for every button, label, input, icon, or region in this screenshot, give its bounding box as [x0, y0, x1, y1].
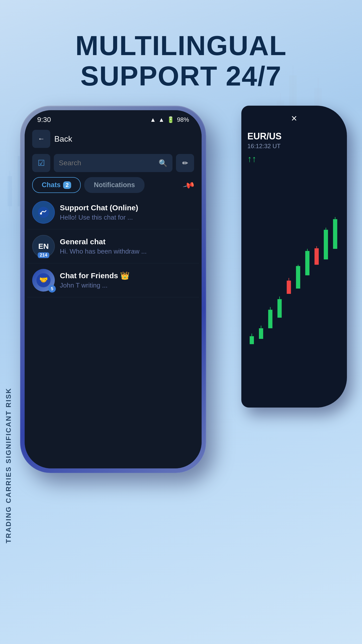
- notifications-tab[interactable]: Notifications: [84, 177, 145, 193]
- chats-tab-label: Chats: [42, 181, 61, 189]
- trading-panel: × EUR/US 16:12:32 UT ↑↑: [241, 106, 347, 408]
- notifications-tab-label: Notifications: [94, 181, 135, 189]
- phone-outer-frame: 9:30 ▲ ▲ 🔋 98% ← Back: [20, 106, 206, 473]
- app-screen: 9:30 ▲ ▲ 🔋 98% ← Back: [25, 110, 202, 468]
- chats-badge: 2: [63, 181, 71, 189]
- svg-rect-21: [259, 328, 263, 339]
- chat-info-general: General chat Hi. Who has been withdraw .…: [60, 237, 194, 255]
- svg-rect-29: [296, 266, 300, 289]
- svg-rect-37: [333, 219, 337, 249]
- chat-info-support: Support Chat (Online) Hello! Use this ch…: [60, 204, 194, 221]
- phone-mockup: 9:30 ▲ ▲ 🔋 98% ← Back: [20, 106, 216, 584]
- back-label: Back: [54, 134, 194, 144]
- trading-time: 16:12:32 UT: [247, 143, 341, 150]
- phone-screen-container: 9:30 ▲ ▲ 🔋 98% ← Back: [25, 110, 202, 468]
- svg-rect-27: [287, 280, 291, 294]
- chat-name-friends: Chat for Friends 👑: [60, 271, 194, 280]
- chat-preview-support: Hello! Use this chat for ...: [60, 214, 194, 221]
- svg-point-14: [38, 207, 49, 218]
- avatar-support: [32, 201, 55, 224]
- close-button[interactable]: ×: [291, 113, 297, 124]
- search-icon: 🔍: [159, 159, 167, 167]
- back-arrow-icon: ←: [38, 135, 45, 143]
- chats-tab[interactable]: Chats 2: [32, 177, 81, 193]
- side-disclaimer-text: TRADING CARRIES SIGNIFICANT RISK: [5, 388, 13, 543]
- svg-rect-25: [278, 299, 282, 318]
- compose-icon: ✏: [182, 159, 188, 167]
- search-row: ☑ 🔍 ✏: [25, 151, 202, 175]
- chat-name-general: General chat: [60, 237, 194, 246]
- signal-icon: ▲: [158, 116, 164, 123]
- svg-rect-1: [9, 171, 10, 211]
- avatar-friends-badge: 5: [48, 285, 56, 293]
- select-all-button[interactable]: ☑: [32, 154, 50, 172]
- svg-rect-35: [324, 230, 328, 259]
- svg-point-15: [40, 213, 42, 215]
- search-input[interactable]: [59, 159, 159, 167]
- trend-arrows: ↑↑: [241, 154, 347, 164]
- svg-rect-31: [305, 251, 309, 275]
- close-btn-area: ×: [241, 106, 347, 131]
- check-icon: ☑: [38, 158, 45, 168]
- svg-text:🤝: 🤝: [39, 276, 48, 284]
- svg-rect-33: [314, 248, 319, 265]
- trading-panel-inner: × EUR/US 16:12:32 UT ↑↑: [241, 106, 347, 408]
- avatar-general-badge: 214: [38, 252, 49, 258]
- search-input-wrapper: 🔍: [54, 154, 172, 172]
- avatar-friends: 🤝 5: [32, 269, 55, 292]
- chat-info-friends: Chat for Friends 👑 John T writing ...: [60, 271, 194, 289]
- pin-icon: 📌: [182, 178, 196, 192]
- svg-rect-19: [250, 336, 254, 344]
- status-icons: ▲ ▲ 🔋 98%: [150, 116, 189, 123]
- compose-button[interactable]: ✏: [176, 154, 194, 172]
- avatar-en-text: EN: [38, 242, 49, 251]
- chat-name-support: Support Chat (Online): [60, 204, 194, 212]
- wifi-icon: ▲: [150, 116, 156, 123]
- chat-preview-friends: John T writing ...: [60, 281, 194, 289]
- back-button[interactable]: ←: [32, 130, 50, 148]
- status-bar: 9:30 ▲ ▲ 🔋 98%: [25, 110, 202, 126]
- crown-icon: 👑: [120, 271, 129, 280]
- tab-row: Chats 2 Notifications 📌: [25, 175, 202, 195]
- chat-item-general[interactable]: EN 214 General chat Hi. Who has been wit…: [27, 229, 199, 263]
- headline-line2: SUPPORT 24/7: [0, 61, 362, 91]
- chat-list: Support Chat (Online) Hello! Use this ch…: [25, 195, 202, 468]
- chart-area: [241, 164, 347, 408]
- status-time: 9:30: [37, 116, 51, 124]
- chat-item-support[interactable]: Support Chat (Online) Hello! Use this ch…: [27, 195, 199, 229]
- chat-item-friends[interactable]: 🤝 5 Chat for Friends 👑 John T writing ..…: [27, 263, 199, 297]
- avatar-general: EN 214: [32, 235, 55, 258]
- headline-line1: MULTILINGUAL: [0, 30, 362, 61]
- trading-pair: EUR/US: [247, 131, 341, 142]
- trading-header: EUR/US 16:12:32 UT: [241, 131, 347, 154]
- battery-icon: 🔋: [167, 116, 174, 123]
- header-bar: ← Back: [25, 126, 202, 151]
- headline-container: MULTILINGUAL SUPPORT 24/7: [0, 30, 362, 91]
- chat-preview-general: Hi. Who has been withdraw ...: [60, 248, 194, 255]
- svg-rect-23: [268, 310, 273, 328]
- battery-percent: 98%: [177, 116, 189, 123]
- candlestick-chart: [244, 169, 344, 403]
